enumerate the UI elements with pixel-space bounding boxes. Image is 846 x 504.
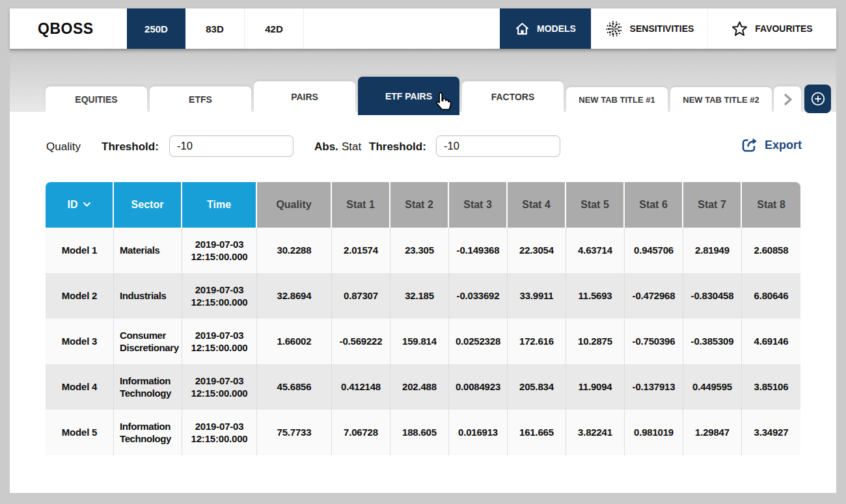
col-header-stat-4[interactable]: Stat 4 (508, 182, 566, 228)
col-header-id[interactable]: ID (46, 182, 114, 228)
cell-stat-4: 205.834 (508, 364, 566, 410)
tab-etfs[interactable]: ETFS (150, 86, 251, 112)
cell-stat-7: 0.449595 (683, 364, 742, 410)
cell-id: Model 3 (46, 319, 114, 364)
cell-stat-8: 6.80646 (742, 273, 800, 319)
app-window: QBOSS 250D 83D 42D MODELS SENSITIVITIES … (0, 0, 846, 504)
abs-threshold-label: Threshold: (369, 140, 426, 153)
cell-stat-6: -0.472968 (625, 273, 683, 319)
period-button-250d[interactable]: 250D (127, 8, 185, 49)
table-body: Model 1Materials2019-07-03 12:15:00.0003… (46, 228, 800, 455)
col-header-label: Stat 7 (698, 199, 726, 210)
cell-stat-5: 11.9094 (566, 364, 625, 410)
cell-stat-7: 2.81949 (683, 228, 742, 273)
cell-quality: 1.66002 (257, 319, 332, 364)
tab-factors[interactable]: FACTORS (462, 81, 564, 112)
nav-item-models[interactable]: MODELS (500, 8, 591, 49)
quality-threshold-input[interactable] (169, 135, 293, 157)
cell-stat-3: -0.149368 (449, 228, 508, 273)
nav-item-favourites[interactable]: FAVOURITES (707, 8, 836, 49)
circle-plus-icon (810, 90, 826, 107)
tab-new-tab-2[interactable]: NEW TAB TITLE #2 (670, 87, 772, 112)
cell-id: Model 5 (46, 410, 114, 455)
cell-stat-2: 32.185 (390, 273, 449, 319)
cell-stat-1: 0.412148 (332, 364, 390, 410)
cell-sector: Information Technology (114, 410, 182, 455)
period-button-42d[interactable]: 42D (245, 8, 304, 49)
export-icon (741, 137, 759, 153)
col-header-label: Stat 6 (639, 199, 668, 210)
col-header-stat-8[interactable]: Stat 8 (742, 182, 800, 228)
results-table-wrap: IDSectorTimeQualityStat 1Stat 2Stat 3Sta… (46, 182, 800, 455)
tab-scroll-right-button[interactable] (774, 86, 801, 112)
results-table: IDSectorTimeQualityStat 1Stat 2Stat 3Sta… (46, 182, 800, 455)
cell-id: Model 1 (46, 228, 114, 273)
cell-time: 2019-07-03 12:15:00.000 (182, 410, 257, 455)
cell-stat-5: 11.5693 (566, 273, 625, 319)
col-header-stat-5[interactable]: Stat 5 (566, 182, 625, 228)
tab-new-tab-1[interactable]: NEW TAB TITLE #1 (566, 87, 668, 112)
cell-time: 2019-07-03 12:15:00.000 (182, 364, 257, 410)
top-bar-spacer (304, 8, 500, 49)
col-header-stat-1[interactable]: Stat 1 (332, 182, 390, 228)
sort-desc-icon (83, 202, 91, 207)
cell-stat-5: 10.2875 (566, 319, 625, 364)
col-header-stat-2[interactable]: Stat 2 (390, 182, 449, 228)
cell-stat-1: 7.06728 (332, 410, 390, 455)
cell-stat-1: 2.01574 (332, 228, 390, 273)
cell-stat-1: -0.569222 (332, 319, 390, 364)
cell-stat-8: 3.85106 (742, 364, 800, 410)
top-bar: QBOSS 250D 83D 42D MODELS SENSITIVITIES … (10, 8, 836, 49)
col-header-label: Stat 8 (757, 199, 785, 210)
export-button[interactable]: Export (741, 137, 802, 153)
cell-stat-3: -0.033692 (449, 273, 508, 319)
cell-time: 2019-07-03 12:15:00.000 (182, 228, 257, 273)
cell-stat-3: 0.0252328 (449, 319, 508, 364)
col-header-time[interactable]: Time (182, 182, 257, 228)
table-row[interactable]: Model 3Consumer Discretionary2019-07-03 … (46, 319, 800, 364)
col-header-stat-6[interactable]: Stat 6 (625, 182, 683, 228)
tab-etf-pairs[interactable]: ETF PAIRS (358, 77, 459, 115)
cell-stat-2: 202.488 (390, 364, 449, 410)
cell-sector: Industrials (114, 273, 182, 319)
table-row[interactable]: Model 2Industrials2019-07-03 12:15:00.00… (46, 273, 800, 319)
cell-stat-4: 172.616 (508, 319, 566, 364)
tab-pairs[interactable]: PAIRS (254, 81, 355, 112)
col-header-stat-7[interactable]: Stat 7 (683, 182, 742, 228)
nav-item-sensitivities[interactable]: SENSITIVITIES (591, 8, 707, 49)
cell-stat-7: -0.385309 (683, 319, 742, 364)
table-row[interactable]: Model 1Materials2019-07-03 12:15:00.0003… (46, 228, 800, 273)
cell-stat-6: -0.750396 (625, 319, 683, 364)
table-header-row: IDSectorTimeQualityStat 1Stat 2Stat 3Sta… (46, 182, 800, 228)
nav-item-label: MODELS (537, 23, 576, 34)
cell-sector: Consumer Discretionary (114, 319, 182, 364)
col-header-label: Stat 4 (522, 199, 551, 210)
cell-id: Model 4 (46, 364, 114, 410)
add-tab-button[interactable] (804, 85, 831, 113)
cell-stat-2: 23.305 (390, 228, 449, 273)
quality-threshold-label: Threshold: (102, 140, 159, 153)
home-icon (515, 21, 530, 36)
cell-quality: 75.7733 (257, 410, 332, 455)
cell-sector: Information Technology (114, 364, 182, 410)
period-button-83d[interactable]: 83D (185, 8, 245, 49)
cell-stat-1: 0.87307 (332, 273, 390, 319)
col-header-quality[interactable]: Quality (257, 182, 332, 228)
tab-equities[interactable]: EQUITIES (46, 86, 147, 112)
cell-stat-8: 3.34927 (742, 410, 800, 455)
table-row[interactable]: Model 5Information Technology2019-07-03 … (46, 410, 800, 455)
quality-filter-label: Quality (46, 140, 81, 153)
nav-item-label: FAVOURITES (755, 23, 812, 34)
col-header-label: Time (207, 199, 231, 210)
cell-stat-5: 4.63714 (566, 228, 625, 273)
export-label: Export (765, 139, 802, 152)
col-header-label: ID (68, 199, 78, 210)
chevron-right-icon (783, 93, 793, 106)
col-header-sector[interactable]: Sector (114, 182, 182, 228)
cell-time: 2019-07-03 12:15:00.000 (182, 273, 257, 319)
table-row[interactable]: Model 4Information Technology2019-07-03 … (46, 364, 800, 410)
col-header-stat-3[interactable]: Stat 3 (449, 182, 508, 228)
cell-stat-5: 3.82241 (566, 410, 625, 455)
col-header-label: Stat 1 (346, 199, 375, 210)
abs-threshold-input[interactable] (436, 135, 560, 157)
